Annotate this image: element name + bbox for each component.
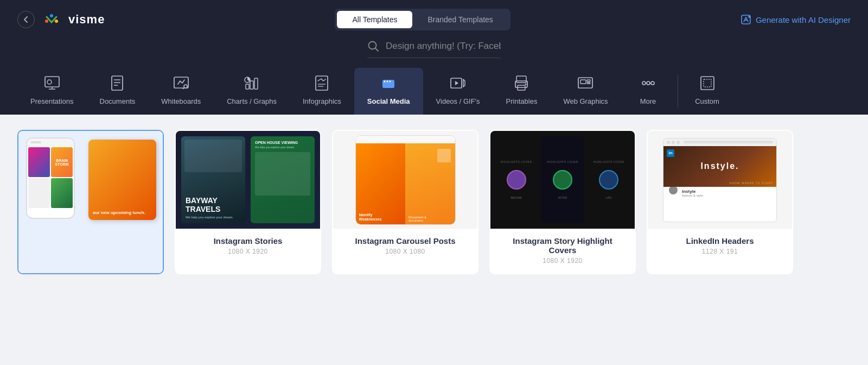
cat-printables[interactable]: Printables bbox=[493, 68, 551, 115]
svg-rect-37 bbox=[580, 80, 586, 84]
svg-point-1 bbox=[50, 14, 53, 17]
svg-rect-32 bbox=[516, 76, 526, 83]
svg-marker-30 bbox=[463, 79, 465, 87]
videos-icon bbox=[449, 74, 467, 92]
svg-point-0 bbox=[41, 9, 62, 30]
back-button[interactable] bbox=[17, 11, 35, 28]
card-info-instagram-carousel: Instagram Carousel Posts 1080 X 1080 bbox=[333, 229, 477, 264]
search-input[interactable] bbox=[386, 41, 501, 52]
template-preview-linkedin-headers: Instyle. KNOW WHERE TO START in Instyle … bbox=[648, 131, 792, 229]
cat-whiteboards[interactable]: Whiteboards bbox=[148, 68, 214, 115]
svg-point-41 bbox=[647, 81, 650, 85]
svg-point-42 bbox=[651, 81, 654, 85]
all-templates-tab[interactable]: All Templates bbox=[337, 11, 412, 28]
svg-rect-19 bbox=[250, 81, 253, 89]
card-info-linkedin-headers: LinkedIn Headers 1128 X 191 bbox=[648, 229, 792, 264]
cat-custom-label: Custom bbox=[695, 97, 719, 105]
card-title-instagram-stories: Instagram Stories bbox=[183, 236, 312, 246]
printables-icon bbox=[513, 74, 530, 92]
card-info-instagram-posts: Instagram Posts 1080 X 1080 bbox=[18, 273, 163, 274]
template-card-linkedin-headers[interactable]: Instyle. KNOW WHERE TO START in Instyle … bbox=[647, 130, 793, 274]
cat-custom[interactable]: Custom bbox=[680, 68, 735, 115]
category-divider bbox=[678, 75, 678, 108]
visme-logo-icon bbox=[41, 9, 62, 30]
cat-charts-label: Charts / Graphs bbox=[227, 97, 277, 105]
logo-area: visme bbox=[17, 9, 105, 30]
search-bar bbox=[367, 40, 501, 58]
logo-text: visme bbox=[68, 12, 105, 27]
template-card-instagram-carousel[interactable]: IdentifyWeaknesses Document &document. I… bbox=[332, 130, 478, 274]
cat-presentations-label: Presentations bbox=[30, 97, 74, 105]
svg-point-27 bbox=[387, 81, 388, 83]
branded-templates-tab[interactable]: Branded Templates bbox=[412, 11, 508, 28]
svg-point-26 bbox=[384, 81, 386, 83]
social-media-icon bbox=[380, 74, 397, 92]
template-preview-story-highlights: HIGHLIGHTS COVER BEFORE HIGHLIGHTS COVER… bbox=[490, 131, 635, 229]
category-nav: Presentations Documents bbox=[17, 68, 851, 115]
cat-documents[interactable]: Documents bbox=[87, 68, 149, 115]
svg-point-2 bbox=[45, 20, 48, 23]
presentations-icon bbox=[43, 74, 61, 92]
main-content: BRAIN STORM our new upcoming lunch. Inst… bbox=[0, 115, 868, 290]
card-size-instagram-stories: 1080 X 1920 bbox=[183, 248, 312, 255]
svg-rect-44 bbox=[704, 79, 711, 87]
charts-icon bbox=[243, 74, 260, 92]
custom-icon bbox=[699, 74, 716, 92]
cat-charts[interactable]: Charts / Graphs bbox=[214, 68, 290, 115]
template-preview-instagram-posts: BRAIN STORM our new upcoming lunch. bbox=[18, 131, 163, 273]
cat-social-media[interactable]: Social Media bbox=[354, 68, 423, 115]
card-title-instagram-carousel: Instagram Carousel Posts bbox=[341, 236, 470, 246]
svg-rect-43 bbox=[701, 77, 714, 90]
template-preview-instagram-carousel: IdentifyWeaknesses Document &document. bbox=[333, 131, 477, 229]
card-info-story-highlights: Instagram Story Highlight Covers 1080 X … bbox=[490, 229, 635, 273]
cat-web-graphics[interactable]: Web Graphics bbox=[550, 68, 621, 115]
card-title-story-highlights: Instagram Story Highlight Covers bbox=[498, 236, 627, 255]
card-size-linkedin-headers: 1128 X 191 bbox=[655, 248, 784, 255]
cat-videos[interactable]: Videos / GIF's bbox=[423, 68, 493, 115]
cat-social-media-label: Social Media bbox=[367, 97, 410, 105]
cat-presentations[interactable]: Presentations bbox=[17, 68, 87, 115]
template-preview-instagram-stories: BAYWAYTRAVELS We help you explore your d… bbox=[176, 131, 320, 229]
ai-designer-icon bbox=[741, 14, 751, 25]
whiteboards-icon bbox=[173, 74, 190, 92]
cat-printables-label: Printables bbox=[506, 97, 538, 105]
cat-videos-label: Videos / GIF's bbox=[436, 97, 480, 105]
cat-whiteboards-label: Whiteboards bbox=[161, 97, 201, 105]
svg-rect-38 bbox=[587, 80, 590, 81]
svg-rect-11 bbox=[112, 76, 123, 90]
svg-point-35 bbox=[525, 84, 527, 85]
header: visme All Templates Branded Templates Ge… bbox=[0, 0, 868, 115]
documents-icon bbox=[108, 74, 126, 92]
infographics-icon bbox=[313, 74, 330, 92]
search-icon bbox=[367, 40, 379, 52]
svg-rect-20 bbox=[254, 78, 258, 89]
card-size-story-highlights: 1080 X 1920 bbox=[498, 257, 627, 265]
cat-web-graphics-label: Web Graphics bbox=[563, 97, 608, 105]
card-size-instagram-carousel: 1080 X 1080 bbox=[341, 248, 470, 255]
cat-infographics[interactable]: Infographics bbox=[290, 68, 354, 115]
card-title-linkedin-headers: LinkedIn Headers bbox=[655, 236, 784, 246]
svg-rect-39 bbox=[587, 83, 590, 84]
svg-rect-22 bbox=[316, 76, 328, 90]
card-info-instagram-stories: Instagram Stories 1080 X 1920 bbox=[176, 229, 320, 264]
ai-designer-label: Generate with AI Designer bbox=[756, 15, 851, 24]
cat-documents-label: Documents bbox=[100, 97, 136, 105]
cat-more[interactable]: More bbox=[621, 68, 675, 115]
svg-point-8 bbox=[47, 80, 52, 84]
template-card-instagram-posts[interactable]: BRAIN STORM our new upcoming lunch. Inst… bbox=[17, 130, 164, 274]
svg-rect-18 bbox=[246, 84, 249, 89]
svg-marker-31 bbox=[455, 81, 458, 85]
svg-point-40 bbox=[642, 81, 646, 85]
template-card-instagram-stories[interactable]: BAYWAYTRAVELS We help you explore your d… bbox=[175, 130, 321, 274]
template-card-story-highlights[interactable]: HIGHLIGHTS COVER BEFORE HIGHLIGHTS COVER… bbox=[489, 130, 636, 274]
cat-more-label: More bbox=[640, 97, 656, 105]
template-grid: BRAIN STORM our new upcoming lunch. Inst… bbox=[17, 130, 851, 274]
svg-point-28 bbox=[390, 81, 391, 83]
more-icon bbox=[640, 74, 657, 92]
top-bar: visme All Templates Branded Templates Ge… bbox=[17, 9, 851, 30]
web-graphics-icon bbox=[577, 74, 594, 92]
cat-infographics-label: Infographics bbox=[303, 97, 341, 105]
template-tabs: All Templates Branded Templates bbox=[335, 9, 510, 30]
svg-point-3 bbox=[55, 20, 58, 23]
ai-designer-button[interactable]: Generate with AI Designer bbox=[741, 14, 851, 25]
